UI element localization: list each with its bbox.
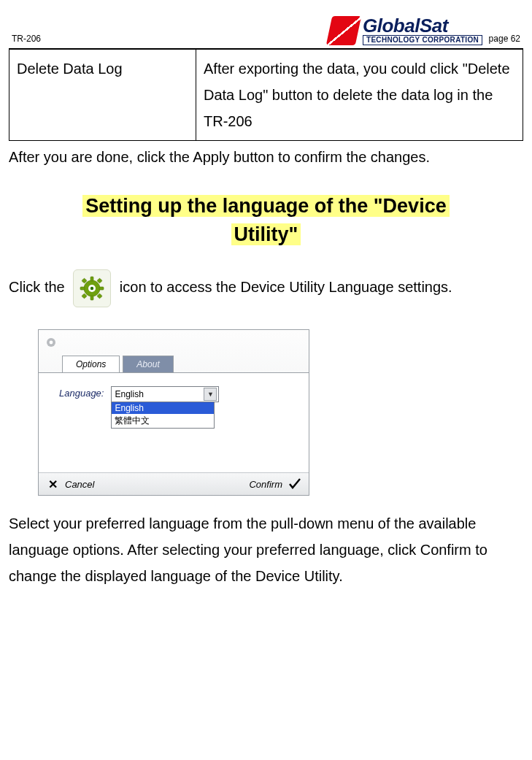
svg-rect-4 — [99, 287, 104, 290]
svg-rect-7 — [82, 293, 87, 299]
brand-name: GlobalSat — [363, 16, 482, 35]
select-language-instruction: Select your preferred language from the … — [9, 510, 523, 589]
svg-rect-6 — [97, 278, 102, 283]
check-icon[interactable] — [288, 477, 301, 491]
feature-desc-cell: After exporting the data, you could clic… — [196, 50, 523, 141]
tab-options[interactable]: Options — [62, 356, 120, 372]
table-row: Delete Data Log After exporting the data… — [9, 50, 523, 141]
feature-name-cell: Delete Data Log — [9, 50, 196, 141]
brand-subtitle: TECHNOLOGY CORPORATION — [363, 35, 482, 45]
click-the-text: Click the — [9, 280, 65, 296]
svg-rect-2 — [90, 296, 93, 300]
chevron-down-icon: ▼ — [204, 388, 217, 401]
click-rest-text: icon to access the Device Utility Langua… — [120, 280, 452, 296]
brand-mark-icon — [326, 16, 362, 45]
tab-about[interactable]: About — [123, 356, 173, 372]
svg-rect-3 — [80, 287, 85, 290]
cancel-button[interactable]: Cancel — [65, 479, 94, 490]
apply-instruction: After you are done, click the Apply butt… — [9, 144, 523, 170]
heading-line-1: Setting up the language of the "Device — [82, 195, 449, 217]
feature-table: Delete Data Log After exporting the data… — [9, 49, 523, 141]
settings-gear-icon — [73, 269, 111, 307]
svg-point-12 — [50, 341, 53, 345]
section-heading: Setting up the language of the "Device U… — [9, 192, 523, 249]
heading-line-2: Utility" — [231, 223, 301, 245]
page-header: TR-206 GlobalSat TECHNOLOGY CORPORATION … — [9, 0, 523, 48]
document-id: TR-206 — [12, 34, 41, 44]
language-dropdown-value: English — [115, 389, 143, 399]
close-icon[interactable]: ✕ — [46, 477, 59, 491]
language-dialog: Options About Language: English ▼ Englis… — [38, 329, 309, 496]
dialog-body: Language: English ▼ English 繁體中文 — [39, 372, 309, 472]
language-dropdown-list: English 繁體中文 — [111, 402, 215, 429]
confirm-button[interactable]: Confirm — [249, 479, 282, 490]
language-dropdown[interactable]: English ▼ — [111, 386, 219, 402]
svg-point-10 — [90, 287, 93, 290]
page-number: page 62 — [489, 34, 520, 44]
language-option-english[interactable]: English — [112, 402, 214, 414]
click-icon-instruction: Click the — [9, 269, 523, 307]
language-option-traditional-chinese[interactable]: 繁體中文 — [112, 414, 214, 428]
dialog-tabs: Options About — [62, 356, 303, 372]
svg-rect-5 — [82, 278, 87, 283]
dialog-footer: ✕ Cancel Confirm — [39, 472, 309, 495]
svg-rect-1 — [90, 277, 93, 281]
language-label: Language: — [59, 386, 104, 399]
dialog-gear-icon — [45, 340, 58, 351]
svg-rect-8 — [97, 293, 102, 299]
brand-logo: GlobalSat TECHNOLOGY CORPORATION — [329, 16, 482, 45]
